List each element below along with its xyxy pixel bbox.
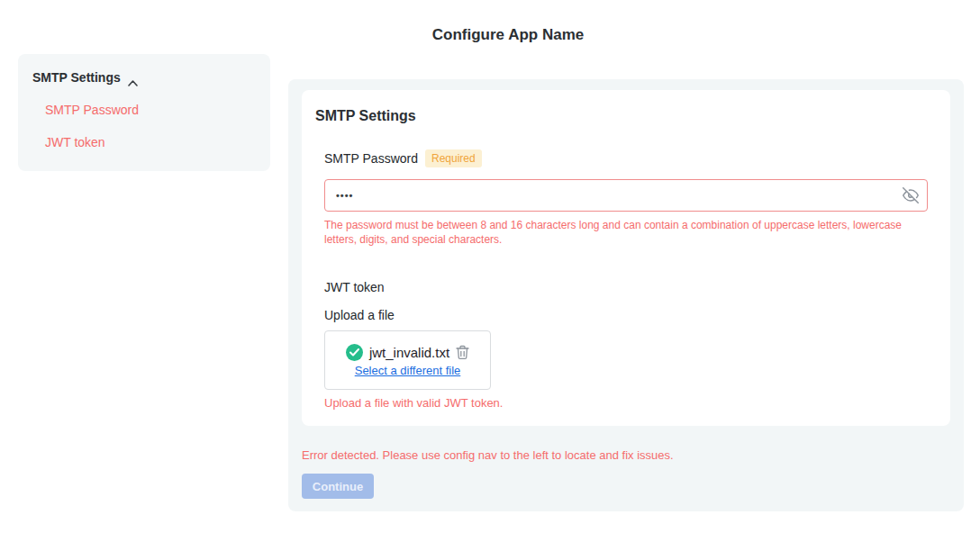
upload-file-label: Upload a file <box>324 308 928 322</box>
sidebar-section-smtp-settings[interactable]: SMTP Settings <box>32 70 256 85</box>
panel-error-message: Error detected. Please use config nav to… <box>302 448 950 462</box>
smtp-password-input[interactable] <box>324 179 928 212</box>
eye-off-icon[interactable] <box>903 187 919 203</box>
trash-icon[interactable] <box>456 345 469 360</box>
continue-button[interactable]: Continue <box>302 474 374 499</box>
sidebar-item-smtp-password[interactable]: SMTP Password <box>45 103 256 117</box>
smtp-password-label: SMTP Password <box>324 151 418 166</box>
chevron-up-icon <box>128 75 138 81</box>
password-error-hint: The password must be between 8 and 16 ch… <box>324 218 921 247</box>
sidebar-section-label: SMTP Settings <box>32 70 121 85</box>
check-circle-icon <box>346 344 363 361</box>
file-upload-box: jwt_invalid.txt Select a different file <box>324 330 491 390</box>
jwt-token-label: JWT token <box>324 280 928 294</box>
smtp-settings-card: SMTP Settings SMTP Password Required The… <box>302 90 950 426</box>
select-different-file-link[interactable]: Select a different file <box>355 364 461 377</box>
uploaded-file-name: jwt_invalid.txt <box>369 345 449 360</box>
jwt-error-hint: Upload a file with valid JWT token. <box>324 396 928 410</box>
sidebar-item-jwt-token[interactable]: JWT token <box>45 135 256 149</box>
required-badge: Required <box>425 149 482 167</box>
config-panel: SMTP Settings SMTP Password Required The… <box>288 79 964 511</box>
config-nav-sidebar: SMTP Settings SMTP Password JWT token <box>18 54 270 171</box>
card-heading: SMTP Settings <box>315 108 928 124</box>
page-title: Configure App Name <box>36 26 980 44</box>
